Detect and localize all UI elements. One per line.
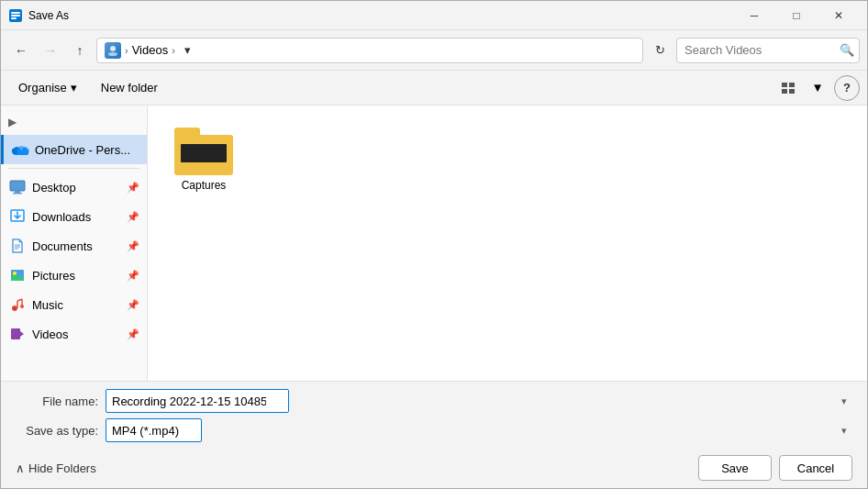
sidebar-item-documents[interactable]: Documents 📌 (1, 231, 147, 261)
svg-rect-3 (11, 17, 17, 19)
title-bar: Save As ─ □ ✕ (1, 1, 867, 30)
sidebar-item-onedrive-label: OneDrive - Pers... (35, 143, 139, 157)
back-button[interactable]: ← (8, 38, 34, 63)
svg-marker-26 (20, 331, 24, 337)
sidebar-item-pictures-label: Pictures (32, 269, 121, 283)
breadcrumb-location-icon (105, 42, 121, 59)
sidebar-chevron[interactable]: ▶ (5, 112, 20, 132)
svg-rect-10 (10, 181, 25, 191)
svg-point-20 (14, 307, 17, 310)
downloads-icon (8, 207, 27, 226)
sidebar-item-downloads-label: Downloads (32, 210, 121, 224)
desktop-icon (8, 178, 27, 196)
saveastype-label: Save as type: (16, 424, 98, 438)
svg-rect-11 (15, 191, 20, 193)
organise-button[interactable]: Organise ▾ (8, 75, 87, 101)
breadcrumb-bar[interactable]: › Videos › ▾ (96, 38, 643, 63)
sidebar: ▶ OneDrive - Pers... (1, 106, 148, 381)
close-button[interactable]: ✕ (818, 1, 860, 30)
save-as-dialog: Save As ─ □ ✕ ← → ↑ › Videos › ▾ ↻ 🔍 (0, 0, 868, 489)
folder-label-captures: Captures (182, 179, 227, 192)
sidebar-item-videos-label: Videos (32, 328, 121, 341)
filename-input[interactable] (106, 389, 289, 413)
saveastype-dropdown-icon: ▾ (841, 425, 847, 437)
videos-icon (8, 325, 27, 343)
documents-icon (8, 237, 27, 255)
search-icon: 🔍 (840, 43, 854, 57)
sidebar-item-videos[interactable]: Videos 📌 (1, 319, 147, 349)
view-button[interactable] (775, 75, 801, 101)
svg-rect-25 (11, 328, 20, 339)
filename-wrapper: ▾ (106, 389, 852, 413)
filename-dropdown-icon: ▾ (841, 395, 847, 407)
hide-folders-label: Hide Folders (28, 461, 96, 475)
hide-folders-button[interactable]: ∧ Hide Folders (16, 461, 96, 475)
pin-icon-music: 📌 (127, 299, 139, 311)
svg-rect-1 (11, 12, 20, 14)
up-button[interactable]: ↑ (67, 38, 93, 63)
sidebar-divider (8, 168, 139, 169)
search-wrapper: 🔍 (676, 38, 860, 63)
pin-icon-videos: 📌 (127, 328, 139, 340)
svg-rect-2 (11, 15, 20, 17)
pin-icon-documents: 📌 (127, 240, 139, 252)
pin-icon-desktop: 📌 (127, 182, 139, 194)
svg-point-4 (110, 46, 116, 51)
sidebar-group-header: ▶ (1, 109, 147, 135)
sidebar-item-onedrive[interactable]: OneDrive - Pers... (1, 135, 147, 164)
sidebar-item-music-label: Music (32, 298, 121, 312)
onedrive-icon (11, 140, 29, 159)
filename-row: File name: ▾ (16, 389, 852, 413)
folder-item-captures[interactable]: Captures (162, 120, 245, 199)
svg-rect-8 (782, 89, 787, 94)
breadcrumb-separator: › (125, 45, 128, 56)
forward-button[interactable]: → (38, 38, 63, 63)
breadcrumb-dropdown-button[interactable]: ▾ (179, 38, 197, 63)
sidebar-item-desktop[interactable]: Desktop 📌 (1, 172, 147, 202)
music-icon (8, 295, 27, 314)
sidebar-item-desktop-label: Desktop (32, 181, 121, 194)
new-folder-button[interactable]: New folder (91, 75, 168, 101)
cancel-button[interactable]: Cancel (779, 455, 852, 481)
search-input[interactable] (676, 38, 860, 63)
folder-body (174, 135, 233, 175)
maximize-button[interactable]: □ (775, 1, 818, 30)
breadcrumb-current: Videos (132, 43, 169, 57)
title-bar-text: Save As (28, 9, 733, 22)
action-row: ∧ Hide Folders Save Cancel (1, 450, 867, 488)
view-dropdown-button[interactable]: ▼ (805, 75, 830, 101)
svg-rect-9 (789, 89, 795, 94)
svg-rect-6 (782, 83, 787, 87)
svg-rect-7 (789, 83, 795, 87)
pin-icon-downloads: 📌 (127, 211, 139, 223)
content-area: ▶ OneDrive - Pers... (1, 106, 867, 381)
form-area: File name: ▾ Save as type: MP4 (*.mp4) ▾ (1, 382, 867, 450)
sidebar-item-music[interactable]: Music 📌 (1, 290, 147, 319)
address-bar: ← → ↑ › Videos › ▾ ↻ 🔍 (1, 30, 867, 71)
saveastype-wrapper: MP4 (*.mp4) ▾ (106, 418, 852, 442)
save-button[interactable]: Save (698, 455, 772, 481)
title-bar-controls: ─ □ ✕ (733, 1, 860, 30)
refresh-button[interactable]: ↻ (647, 38, 673, 63)
sidebar-item-downloads[interactable]: Downloads 📌 (1, 202, 147, 231)
svg-point-24 (20, 305, 24, 308)
svg-point-5 (108, 52, 117, 56)
organise-dropdown-icon: ▾ (71, 81, 77, 94)
sidebar-item-documents-label: Documents (32, 239, 121, 253)
help-button[interactable]: ? (834, 75, 860, 101)
breadcrumb-separator2: › (172, 45, 175, 56)
dialog-icon (8, 8, 23, 23)
folder-icon-captures (174, 128, 233, 175)
bottom-bar: File name: ▾ Save as type: MP4 (*.mp4) ▾… (1, 381, 867, 488)
toolbar: Organise ▾ New folder ▼ ? (1, 71, 867, 106)
svg-rect-12 (13, 193, 22, 194)
pictures-icon (8, 266, 27, 284)
hide-folders-chevron: ∧ (16, 461, 25, 475)
saveastype-row: Save as type: MP4 (*.mp4) ▾ (16, 418, 852, 442)
view-icon (781, 81, 796, 95)
file-area: Captures (148, 106, 867, 381)
saveastype-select[interactable]: MP4 (*.mp4) (106, 418, 202, 442)
filename-label: File name: (16, 395, 98, 408)
minimize-button[interactable]: ─ (733, 1, 775, 30)
sidebar-item-pictures[interactable]: Pictures 📌 (1, 261, 147, 290)
